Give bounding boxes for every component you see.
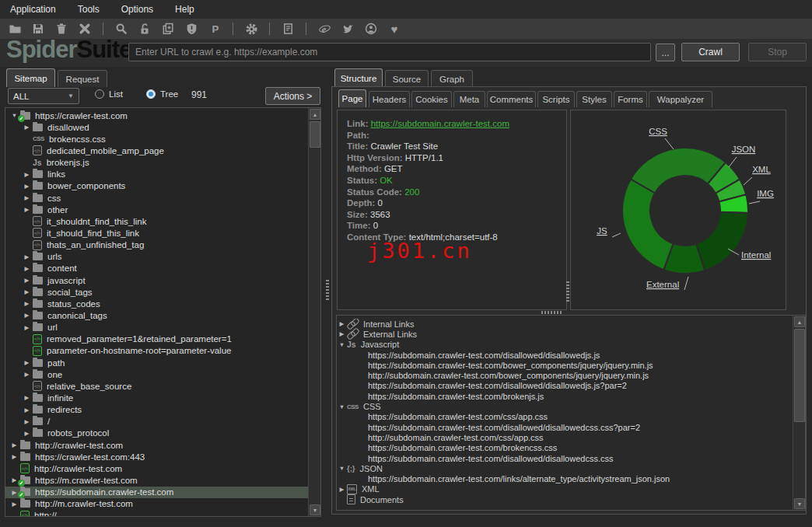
copy-button[interactable] <box>156 20 180 37</box>
scrollbar-thumb[interactable] <box>310 121 320 148</box>
links-group-row[interactable]: ▼{;}JSON <box>337 463 793 473</box>
radio-list[interactable]: List <box>95 89 123 99</box>
save-button[interactable] <box>26 20 50 37</box>
subtab-headers[interactable]: Headers <box>369 91 410 107</box>
chevron-right-icon[interactable]: ▶ <box>21 206 33 213</box>
chevron-right-icon[interactable]: ▶ <box>21 407 33 414</box>
tab-graph[interactable]: Graph <box>431 70 473 87</box>
tree-row[interactable]: ▶https://crawler-test.com:443 <box>5 451 308 462</box>
twitter-button[interactable] <box>336 20 359 37</box>
tree-row[interactable]: ▶status_codes <box>5 298 308 309</box>
chevron-down-icon[interactable]: ▼ <box>337 403 347 410</box>
chevron-right-icon[interactable]: ▶ <box>21 324 33 331</box>
tab-request[interactable]: Request <box>58 70 107 87</box>
links-url-row[interactable]: https://subdomain.crawler-test.com/links… <box>337 473 793 483</box>
tree-row[interactable]: ▶http://m.crawler-test.com <box>5 498 308 510</box>
tree-row[interactable]: </>it_should_find_this_link <box>5 227 308 239</box>
links-url-row[interactable]: https://subdomain.crawler-test.com/broke… <box>337 443 793 453</box>
menu-options[interactable]: Options <box>121 4 153 15</box>
delete-button[interactable] <box>50 20 73 37</box>
scroll-down-icon[interactable]: ▼ <box>794 498 805 509</box>
chevron-right-icon[interactable]: ▶ <box>21 194 33 201</box>
tab-source[interactable]: Source <box>385 70 429 87</box>
tree-row[interactable]: ▶infinite <box>5 392 308 403</box>
subtab-styles[interactable]: Styles <box>576 91 612 107</box>
open-folder-button[interactable] <box>3 20 26 37</box>
page-link[interactable]: https://subdomain.crawler-test.com <box>371 119 509 128</box>
scrollbar-thumb[interactable] <box>794 329 805 422</box>
settings-button[interactable] <box>240 20 263 37</box>
links-scrollbar[interactable]: ▲ ▼ <box>793 316 805 510</box>
tree-row[interactable]: </>relative_base_source <box>5 380 308 392</box>
radio-list-circle[interactable] <box>95 89 104 99</box>
subtab-wappalyzer[interactable]: Wappalyzer <box>649 91 712 107</box>
scroll-up-icon[interactable]: ▲ <box>310 109 320 120</box>
chevron-right-icon[interactable]: ▶ <box>337 330 347 337</box>
browse-button[interactable]: ... <box>656 44 675 61</box>
links-group-row[interactable]: ▶XMLXML <box>337 484 793 494</box>
links-url-row[interactable]: https://subdomain.crawler-test.com/broke… <box>337 391 793 401</box>
tree-row[interactable]: ▶/ <box>5 416 308 428</box>
proxy-button[interactable]: P <box>203 20 226 37</box>
panel-splitter-grip[interactable] <box>566 281 569 302</box>
radio-tree[interactable]: Tree <box>146 89 178 99</box>
links-url-row[interactable]: https://subdomain.crawler-test.com/disal… <box>337 381 793 391</box>
close-button[interactable] <box>73 20 96 37</box>
tree-row[interactable]: ▶http://crawler-test.com <box>5 439 308 451</box>
chevron-right-icon[interactable]: ▶ <box>9 453 20 460</box>
subtab-scripts[interactable]: Scripts <box>537 91 575 107</box>
tree-row[interactable]: ▶links <box>5 169 308 180</box>
chevron-right-icon[interactable]: ▶ <box>21 300 33 307</box>
chevron-right-icon[interactable]: ▶ <box>21 171 33 178</box>
scroll-down-icon[interactable]: ▼ <box>310 504 320 515</box>
tree-row[interactable]: ▶javascript <box>5 274 308 286</box>
links-url-row[interactable]: http://subdomain.crawler-test.com/css/ap… <box>337 432 793 442</box>
tree-row[interactable]: ▶https://m.crawler-test.com <box>5 474 308 486</box>
tree-row[interactable]: ▶css <box>5 192 308 204</box>
chevron-right-icon[interactable]: ▶ <box>21 288 33 295</box>
tree-row[interactable]: ▶one <box>5 368 308 380</box>
chevron-right-icon[interactable]: ▶ <box>21 124 33 131</box>
chevron-right-icon[interactable]: ▶ <box>9 441 20 448</box>
tree-row[interactable]: </>http://… <box>5 510 308 516</box>
tree-row[interactable]: </>http://crawler-test.com <box>5 462 308 474</box>
chevron-right-icon[interactable]: ▶ <box>21 394 33 401</box>
links-url-row[interactable]: https://subdomain.crawler-test.com/css/a… <box>337 412 793 422</box>
browser-button[interactable]: e <box>313 20 336 37</box>
vertical-splitter[interactable] <box>324 68 331 518</box>
chevron-right-icon[interactable]: ▶ <box>21 371 33 378</box>
links-url-row[interactable]: https://subdomain.crawler-test.com/bower… <box>337 360 793 370</box>
chevron-right-icon[interactable]: ▶ <box>21 265 33 272</box>
tree-row[interactable]: ▶disallowed <box>5 121 308 133</box>
search-button[interactable] <box>110 20 133 37</box>
chevron-down-icon[interactable]: ▼ <box>337 341 347 348</box>
chevron-right-icon[interactable]: ▶ <box>21 430 33 437</box>
tree-row[interactable]: ▶urls <box>5 251 308 263</box>
tree-row[interactable]: ▼https://crawler-test.com <box>5 110 308 121</box>
chevron-down-icon[interactable]: ▼ <box>337 465 347 472</box>
unlock-button[interactable] <box>133 20 156 37</box>
chevron-right-icon[interactable]: ▶ <box>21 418 33 425</box>
tree-row[interactable]: ▶https://subdomain.crawler-test.com <box>5 487 308 498</box>
tree-row[interactable]: ▶other <box>5 204 308 215</box>
chevron-right-icon[interactable]: ▶ <box>21 277 33 284</box>
tree-row[interactable]: ▶canonical_tags <box>5 309 308 321</box>
chevron-right-icon[interactable]: ▶ <box>9 501 20 508</box>
donate-button[interactable]: ♥ <box>383 20 406 37</box>
chevron-right-icon[interactable]: ▶ <box>337 486 347 493</box>
menu-tools[interactable]: Tools <box>78 4 100 15</box>
subtab-comments[interactable]: Comments <box>487 91 536 107</box>
tree-row[interactable]: ▶bower_components <box>5 180 308 192</box>
filter-dropdown[interactable]: ALL ▼ <box>8 88 79 104</box>
links-group-row[interactable]: ▶Internal Links <box>337 319 793 329</box>
tree-row[interactable]: ▶redirects <box>5 404 308 416</box>
actions-button[interactable]: Actions > <box>265 87 320 105</box>
chevron-right-icon[interactable]: ▶ <box>337 320 347 327</box>
tree-row[interactable]: </>it_shouldnt_find_this_link <box>5 215 308 227</box>
tab-structure[interactable]: Structure <box>334 68 383 87</box>
links-url-row[interactable]: https://subdomain.crawler-test.com/disal… <box>337 350 793 360</box>
links-url-row[interactable]: http://subdomain.crawler-test.com/bower_… <box>337 370 793 380</box>
tree-row[interactable]: </>removed_parameter=1&retained_paramete… <box>5 333 308 345</box>
subtab-page[interactable]: Page <box>338 89 366 107</box>
tree-row[interactable]: </>dedicated_mobile_amp_page <box>5 145 308 156</box>
